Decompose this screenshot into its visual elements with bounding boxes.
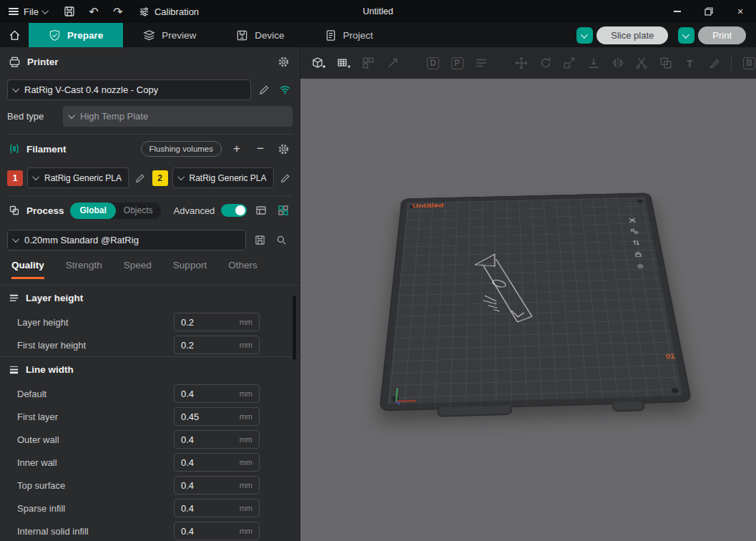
inner-wall-line-width-input[interactable]	[181, 457, 240, 468]
plate-close-button[interactable]	[627, 217, 637, 224]
plate-settings-d-button[interactable]: D	[426, 55, 440, 71]
filament-1-select[interactable]: RatRig Generic PLA	[27, 167, 129, 188]
filament-1-swatch[interactable]: 1	[7, 170, 23, 186]
undo-button[interactable]: ↶	[82, 0, 106, 23]
outer-wall-line-width-input[interactable]	[181, 434, 240, 445]
edit-icon	[135, 173, 145, 183]
printer-preset-row: RatRig V-Cast 0.4 nozzle - Copy	[0, 79, 300, 100]
assembly-view-button[interactable]: B	[742, 55, 756, 71]
chevron-down-icon	[32, 173, 39, 180]
flushing-volumes-button[interactable]: Flushing volumes	[141, 141, 222, 157]
lay-flat-tool-button[interactable]	[587, 55, 601, 71]
tab-others[interactable]: Others	[228, 260, 257, 279]
internal-solid-infill-line-width-input[interactable]	[181, 526, 240, 537]
add-filament-button[interactable]: +	[228, 140, 245, 157]
gear-icon	[278, 143, 290, 155]
calibration-button[interactable]: Calibration	[130, 0, 207, 23]
remove-filament-button[interactable]: −	[252, 140, 269, 157]
first-layer-line-width-input[interactable]	[181, 411, 240, 422]
add-object-icon	[312, 57, 326, 70]
auto-orient-button[interactable]	[386, 55, 400, 71]
printer-preset-select[interactable]: RatRig V-Cast 0.4 nozzle - Copy	[7, 79, 251, 100]
param-row: Sparse infill mm	[0, 497, 300, 520]
restore-button[interactable]	[693, 0, 725, 23]
printer-icon	[9, 56, 21, 68]
cut-tool-button[interactable]	[635, 55, 649, 71]
sidebar-scrollbar[interactable]	[293, 296, 296, 360]
plate-settings-p-button[interactable]: P	[451, 55, 464, 71]
scope-objects-button[interactable]: Objects	[116, 205, 161, 215]
list-icon	[255, 205, 267, 216]
tab-speed[interactable]: Speed	[124, 260, 152, 279]
print-dropdown-button[interactable]	[678, 27, 694, 44]
bed-type-select[interactable]: High Temp Plate	[63, 106, 293, 127]
search-preset-button[interactable]	[273, 233, 289, 248]
up-down-icon	[632, 240, 641, 245]
default-line-width-input[interactable]	[181, 389, 240, 399]
plate-lock-button[interactable]	[632, 250, 644, 258]
close-button[interactable]: ×	[725, 0, 756, 23]
model-wireframe[interactable]	[463, 248, 570, 351]
printer-settings-button[interactable]	[275, 54, 291, 69]
plate-arrange-button[interactable]	[629, 228, 640, 235]
viewport-3d[interactable]: Untitled	[300, 79, 756, 541]
advanced-label: Advanced	[174, 205, 215, 216]
print-button[interactable]: Print	[698, 26, 746, 44]
scope-global-button[interactable]: Global	[70, 203, 115, 219]
build-plate[interactable]: Untitled	[379, 192, 692, 411]
filament-1-edit-button[interactable]	[133, 170, 147, 186]
layer-height-input[interactable]	[181, 317, 240, 328]
mesh-boolean-tool-button[interactable]	[659, 55, 673, 71]
text-tool-button[interactable]: T	[683, 55, 697, 71]
plate-action-icons	[627, 217, 646, 270]
param-list-icon	[475, 57, 488, 69]
calibration-label: Calibration	[154, 6, 199, 17]
tab-device[interactable]: Device	[216, 23, 304, 47]
filament-settings-button[interactable]	[275, 141, 291, 157]
arrange-button[interactable]	[362, 55, 375, 71]
parameter-table-button[interactable]	[253, 203, 269, 218]
paint-tool-button[interactable]	[707, 55, 721, 71]
plate-settings-button[interactable]	[634, 263, 646, 270]
tab-project[interactable]: Project	[305, 23, 393, 47]
scale-tool-button[interactable]	[563, 55, 576, 71]
filament-2-edit-button[interactable]	[278, 170, 293, 186]
add-plate-button[interactable]	[337, 55, 351, 71]
object-settings-button[interactable]	[275, 203, 291, 218]
tab-quality[interactable]: Quality	[11, 260, 44, 279]
add-object-button[interactable]	[312, 55, 326, 71]
printer-edit-button[interactable]	[257, 82, 272, 98]
tab-support[interactable]: Support	[173, 260, 207, 279]
slice-plate-button[interactable]: Slice plate	[597, 26, 668, 44]
process-preset-select[interactable]: 0.20mm Standard @RatRig	[7, 230, 246, 250]
param-label: First layer	[17, 411, 174, 422]
plate-updown-button[interactable]	[631, 239, 642, 246]
sparse-infill-line-width-input[interactable]	[181, 503, 240, 514]
value-field: mm	[174, 384, 260, 403]
filament-2-swatch[interactable]: 2	[152, 170, 168, 186]
save-button[interactable]	[57, 0, 82, 23]
param-label: Layer height	[17, 317, 174, 328]
home-button[interactable]	[0, 23, 29, 47]
mirror-tool-button[interactable]	[611, 55, 624, 71]
filament-2-select[interactable]: RatRig Generic PLA	[172, 167, 274, 188]
move-tool-button[interactable]	[515, 55, 529, 71]
tab-preview[interactable]: Preview	[123, 23, 216, 47]
slice-dropdown-button[interactable]	[576, 27, 593, 44]
advanced-toggle[interactable]	[221, 204, 247, 217]
bed-type-label: Bed type	[7, 111, 57, 122]
minimize-button[interactable]	[662, 0, 693, 23]
top-surface-line-width-input[interactable]	[181, 480, 240, 491]
tab-prepare[interactable]: Prepare	[29, 23, 123, 47]
tab-strength[interactable]: Strength	[66, 260, 102, 279]
save-preset-button[interactable]	[252, 233, 267, 248]
redo-button[interactable]: ↷	[106, 0, 130, 23]
parameter-list-button[interactable]	[474, 55, 488, 71]
bed-type-value: High Temp Plate	[80, 111, 148, 122]
file-menu-button[interactable]: File	[0, 0, 57, 23]
rotate-tool-button[interactable]	[539, 55, 553, 71]
first-layer-height-input[interactable]	[181, 340, 240, 351]
param-row: Default mm	[0, 382, 300, 405]
printer-connection-button[interactable]	[278, 82, 293, 98]
window-controls: ×	[662, 0, 756, 23]
